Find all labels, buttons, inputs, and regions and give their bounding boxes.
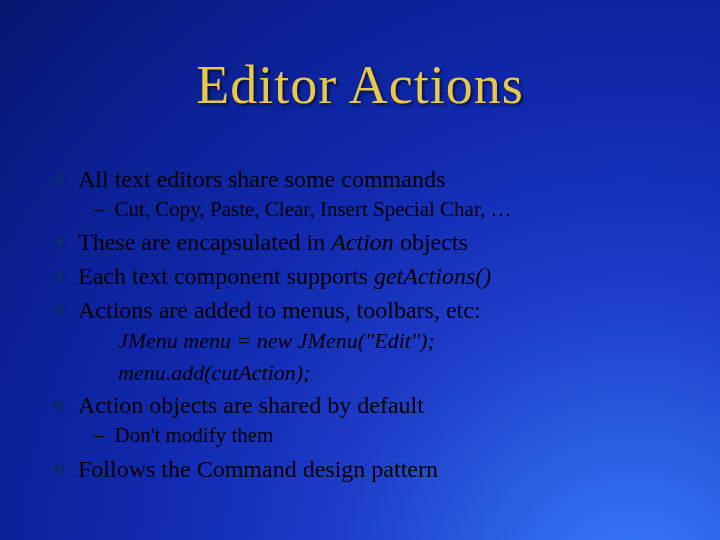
bullet-text: Action objects are shared by default	[78, 390, 690, 420]
sub-bullet-text: Don't modify them	[115, 422, 691, 449]
bullet-3: Each text component supports getActions(…	[54, 261, 690, 291]
text-italic: Action	[331, 229, 394, 255]
slide: Editor Actions All text editors share so…	[0, 0, 720, 540]
bullet-4: Actions are added to menus, toolbars, et…	[54, 295, 690, 325]
bullet-text: All text editors share some commands	[78, 164, 690, 194]
dash-icon: –	[94, 196, 105, 223]
bullet-1: All text editors share some commands	[54, 164, 690, 194]
code-line-1: JMenu menu = new JMenu("Edit");	[118, 327, 690, 355]
text-segment: Each text component supports	[78, 263, 374, 289]
slide-body: All text editors share some commands – C…	[54, 160, 690, 486]
bullet-text: Follows the Command design pattern	[78, 454, 690, 484]
bullet-icon	[54, 400, 64, 410]
text-segment: These are encapsulated in	[78, 229, 331, 255]
bullet-icon	[54, 174, 64, 184]
bullet-5: Action objects are shared by default	[54, 390, 690, 420]
dash-icon: –	[94, 422, 105, 449]
bullet-text: Actions are added to menus, toolbars, et…	[78, 295, 690, 325]
sub-bullet-text: Cut, Copy, Paste, Clear, Insert Special …	[115, 196, 691, 223]
bullet-6: Follows the Command design pattern	[54, 454, 690, 484]
sub-bullet-5-1: – Don't modify them	[94, 422, 690, 449]
bullet-icon	[54, 237, 64, 247]
bullet-text: Each text component supports getActions(…	[78, 261, 690, 291]
text-segment: objects	[394, 229, 468, 255]
code-line-2: menu.add(cutAction);	[118, 359, 690, 387]
text-italic: getActions()	[374, 263, 491, 289]
sub-bullet-1-1: – Cut, Copy, Paste, Clear, Insert Specia…	[94, 196, 690, 223]
bullet-icon	[54, 271, 64, 281]
bullet-2: These are encapsulated in Action objects	[54, 227, 690, 257]
slide-title: Editor Actions	[0, 54, 720, 116]
bullet-text: These are encapsulated in Action objects	[78, 227, 690, 257]
bullet-icon	[54, 464, 64, 474]
bullet-icon	[54, 305, 64, 315]
